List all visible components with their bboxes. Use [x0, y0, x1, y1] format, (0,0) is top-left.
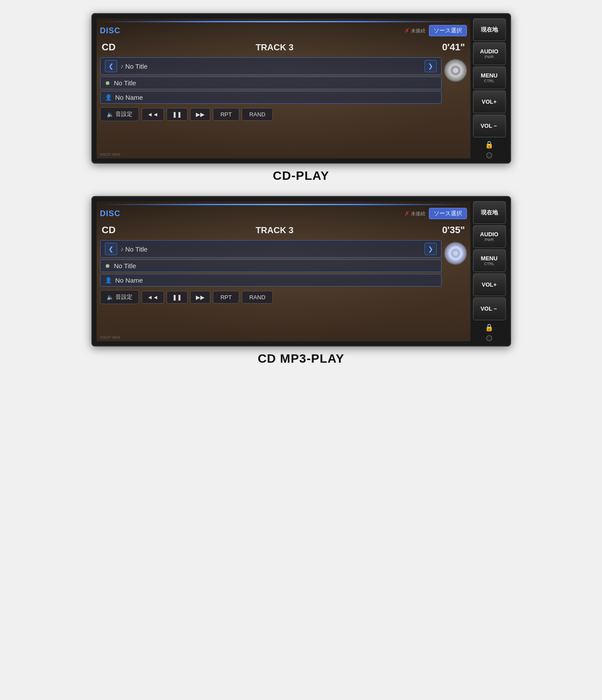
pause-btn-1[interactable]: ❚❚	[167, 108, 188, 121]
screen-content-2: DISC ✗ 未接続 ソース選択 CD TRACK 3 0'35"	[97, 201, 470, 341]
vol-up-btn-1[interactable]: VOL+	[473, 91, 506, 113]
audio-settings-btn-2[interactable]: 🔈 音設定	[100, 290, 139, 304]
bt-status-label-1: 未接続	[411, 28, 425, 34]
repeat-btn-1[interactable]: RPT	[213, 108, 239, 121]
screen-content-1: DISC ✗ 未接続 ソース選択 CD TRACK 3 0'41"	[97, 18, 470, 158]
song-title-text-1: No Title	[125, 63, 148, 70]
track-text-1: TRACK 3	[119, 42, 430, 52]
cd-disc-icon-1	[444, 59, 467, 82]
controls-row-1: 🔈 音設定 ◄◄ ❚❚ ▶▶ RPT RAND	[100, 107, 467, 121]
next-track-btn-2[interactable]: ❯	[425, 243, 437, 255]
vol-down-btn-1[interactable]: VOL－	[473, 115, 506, 137]
prev-track-btn-2[interactable]: ❮	[105, 243, 117, 255]
rewind-btn-1[interactable]: ◄◄	[142, 108, 164, 121]
cd-text-2: CD	[102, 224, 119, 236]
vol-up-label-1: VOL+	[482, 98, 497, 105]
time-text-2: 0'35"	[430, 224, 465, 236]
vol-down-label-1: VOL－	[480, 122, 498, 130]
note-icon-1: ♪	[121, 63, 124, 70]
album-row-2: ⏺ No Title	[100, 259, 442, 272]
source-button-2[interactable]: ソース選択	[429, 208, 467, 219]
song-title-area-2: ♪ No Title	[117, 245, 425, 253]
screen-highlight-2	[100, 204, 467, 205]
audio-pwr-main-1: AUDIO	[480, 48, 498, 55]
menu-ctrl-btn-2[interactable]: MENU CTRL	[473, 249, 506, 272]
top-right-2: ✗ 未接続 ソース選択	[404, 208, 467, 219]
audio-pwr-sub-2: PWR	[485, 238, 494, 242]
info-section-2: ❮ ♪ No Title ❯ ⏺ No Title	[100, 240, 467, 287]
random-btn-1[interactable]: RAND	[242, 108, 273, 121]
current-location-label-1: 現在地	[481, 26, 498, 33]
song-title-area-1: ♪ No Title	[117, 63, 425, 70]
menu-ctrl-sub-1: CTRL	[484, 79, 494, 84]
lock-icon-2: 🔒	[485, 323, 494, 332]
unit2-wrapper: DISC ✗ 未接続 ソース選択 CD TRACK 3 0'35"	[91, 196, 511, 366]
current-location-btn-2[interactable]: 現在地	[473, 201, 506, 224]
cd-text-1: CD	[102, 42, 119, 53]
lock-icon-1: 🔒	[485, 140, 494, 149]
source-button-1[interactable]: ソース選択	[429, 25, 467, 36]
artist-name-text-1: No Name	[115, 94, 143, 101]
person-icon-1: 👤	[105, 94, 112, 101]
forward-btn-2[interactable]: ▶▶	[190, 291, 210, 304]
menu-ctrl-sub-2: CTRL	[484, 262, 494, 266]
audio-pwr-btn-2[interactable]: AUDIO PWR	[473, 225, 506, 248]
album-icon-1: ⏺	[105, 80, 111, 86]
headphone-jack-2	[486, 335, 492, 341]
headphone-jack-1	[486, 152, 492, 158]
screen-1: DISC ✗ 未接続 ソース選択 CD TRACK 3 0'41"	[97, 18, 470, 158]
audio-pwr-sub-1: PWR	[485, 55, 494, 60]
vol-up-label-2: VOL+	[482, 281, 497, 288]
current-location-label-2: 現在地	[481, 209, 498, 216]
vol-up-btn-2[interactable]: VOL+	[473, 273, 506, 296]
repeat-btn-2[interactable]: RPT	[213, 291, 239, 304]
audio-pwr-btn-1[interactable]: AUDIO PWR	[473, 42, 506, 65]
bt-status-label-2: 未接続	[411, 210, 425, 217]
next-track-btn-1[interactable]: ❯	[425, 60, 437, 72]
top-bar-2: DISC ✗ 未接続 ソース選択	[100, 208, 467, 219]
bt-icon-1: ✗ 未接続	[404, 27, 425, 34]
rewind-btn-2[interactable]: ◄◄	[142, 291, 164, 304]
pause-btn-2[interactable]: ❚❚	[167, 291, 188, 304]
audio-pwr-main-2: AUDIO	[480, 231, 498, 238]
side-bottom-1: 🔒	[473, 139, 506, 158]
audio-btn-label-1: 音設定	[115, 110, 132, 118]
time-text-1: 0'41"	[430, 42, 465, 53]
info-rows-2: ❮ ♪ No Title ❯ ⏺ No Title	[100, 240, 442, 287]
album-title-text-1: No Title	[114, 79, 136, 87]
vol-down-btn-2[interactable]: VOL－	[473, 298, 506, 320]
song-row-2: ❮ ♪ No Title ❯	[100, 240, 442, 258]
album-title-text-2: No Title	[114, 262, 136, 270]
person-icon-2: 👤	[105, 277, 112, 284]
unit1-wrapper: DISC ✗ 未接続 ソース選択 CD TRACK 3 0'41"	[91, 13, 511, 183]
artist-row-2: 👤 No Name	[100, 274, 442, 287]
top-right-1: ✗ 未接続 ソース選択	[404, 25, 467, 36]
album-row-1: ⏺ No Title	[100, 77, 442, 89]
track-info-row-1: CD TRACK 3 0'41"	[100, 39, 467, 56]
audio-settings-btn-1[interactable]: 🔈 音設定	[100, 107, 139, 121]
disc-label-1: DISC	[100, 26, 121, 35]
model-num-2: NSCP-W64	[100, 335, 121, 340]
unit1-label: CD-PLAY	[273, 169, 329, 183]
menu-ctrl-main-1: MENU	[481, 72, 498, 79]
artist-row-1: 👤 No Name	[100, 91, 442, 104]
current-location-btn-1[interactable]: 現在地	[473, 18, 506, 41]
unit2-label: CD MP3-PLAY	[258, 352, 344, 366]
prev-track-btn-1[interactable]: ❮	[105, 60, 117, 72]
head-unit-1: DISC ✗ 未接続 ソース選択 CD TRACK 3 0'41"	[91, 13, 511, 164]
menu-ctrl-btn-1[interactable]: MENU CTRL	[473, 66, 506, 89]
side-bottom-2: 🔒	[473, 322, 506, 341]
track-info-row-2: CD TRACK 3 0'35"	[100, 222, 467, 238]
speaker-icon-1: 🔈	[107, 111, 114, 118]
random-btn-2[interactable]: RAND	[242, 291, 273, 304]
song-row-1: ❮ ♪ No Title ❯	[100, 57, 442, 75]
model-num-1: NSCP-W64	[100, 152, 121, 157]
forward-btn-1[interactable]: ▶▶	[190, 108, 210, 121]
controls-row-2: 🔈 音設定 ◄◄ ❚❚ ▶▶ RPT RAND	[100, 290, 467, 304]
bt-symbol-1: ✗	[404, 27, 410, 34]
bt-icon-2: ✗ 未接続	[404, 210, 425, 217]
audio-btn-label-2: 音設定	[115, 293, 132, 301]
side-buttons-2: 現在地 AUDIO PWR MENU CTRL VOL+ VOL－ 🔒	[473, 201, 506, 341]
song-title-text-2: No Title	[125, 245, 148, 253]
top-bar-1: DISC ✗ 未接続 ソース選択	[100, 25, 467, 36]
